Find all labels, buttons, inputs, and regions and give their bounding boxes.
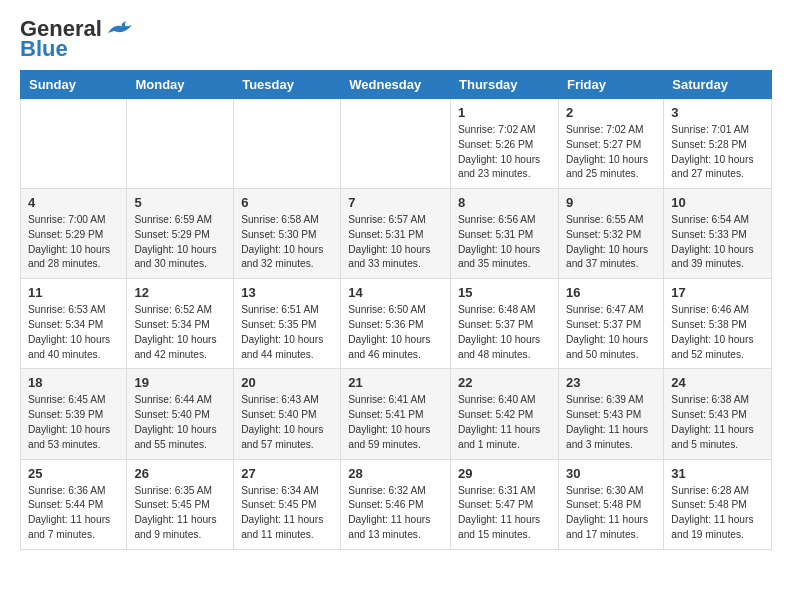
day-info: Sunrise: 6:54 AM Sunset: 5:33 PM Dayligh… [671, 213, 764, 272]
day-number: 24 [671, 375, 764, 390]
logo: General Blue [20, 16, 132, 62]
calendar-cell: 13Sunrise: 6:51 AM Sunset: 5:35 PM Dayli… [234, 279, 341, 369]
day-info: Sunrise: 6:59 AM Sunset: 5:29 PM Dayligh… [134, 213, 226, 272]
day-number: 11 [28, 285, 119, 300]
calendar-cell: 18Sunrise: 6:45 AM Sunset: 5:39 PM Dayli… [21, 369, 127, 459]
day-info: Sunrise: 6:50 AM Sunset: 5:36 PM Dayligh… [348, 303, 443, 362]
day-number: 3 [671, 105, 764, 120]
day-number: 27 [241, 466, 333, 481]
day-info: Sunrise: 6:28 AM Sunset: 5:48 PM Dayligh… [671, 484, 764, 543]
calendar-week-row: 1Sunrise: 7:02 AM Sunset: 5:26 PM Daylig… [21, 99, 772, 189]
day-number: 28 [348, 466, 443, 481]
calendar-cell: 17Sunrise: 6:46 AM Sunset: 5:38 PM Dayli… [664, 279, 772, 369]
calendar-cell: 19Sunrise: 6:44 AM Sunset: 5:40 PM Dayli… [127, 369, 234, 459]
day-number: 5 [134, 195, 226, 210]
day-number: 14 [348, 285, 443, 300]
calendar-cell [341, 99, 451, 189]
calendar-cell: 22Sunrise: 6:40 AM Sunset: 5:42 PM Dayli… [451, 369, 559, 459]
day-number: 6 [241, 195, 333, 210]
calendar-table: SundayMondayTuesdayWednesdayThursdayFrid… [20, 70, 772, 550]
calendar-header-row: SundayMondayTuesdayWednesdayThursdayFrid… [21, 71, 772, 99]
day-number: 17 [671, 285, 764, 300]
day-info: Sunrise: 6:53 AM Sunset: 5:34 PM Dayligh… [28, 303, 119, 362]
day-info: Sunrise: 6:47 AM Sunset: 5:37 PM Dayligh… [566, 303, 656, 362]
day-header-saturday: Saturday [664, 71, 772, 99]
calendar-cell: 11Sunrise: 6:53 AM Sunset: 5:34 PM Dayli… [21, 279, 127, 369]
day-info: Sunrise: 6:56 AM Sunset: 5:31 PM Dayligh… [458, 213, 551, 272]
day-number: 29 [458, 466, 551, 481]
day-header-friday: Friday [558, 71, 663, 99]
day-info: Sunrise: 7:02 AM Sunset: 5:26 PM Dayligh… [458, 123, 551, 182]
day-number: 13 [241, 285, 333, 300]
calendar-cell: 9Sunrise: 6:55 AM Sunset: 5:32 PM Daylig… [558, 189, 663, 279]
day-info: Sunrise: 6:55 AM Sunset: 5:32 PM Dayligh… [566, 213, 656, 272]
calendar-cell: 8Sunrise: 6:56 AM Sunset: 5:31 PM Daylig… [451, 189, 559, 279]
day-number: 1 [458, 105, 551, 120]
day-number: 10 [671, 195, 764, 210]
day-info: Sunrise: 6:39 AM Sunset: 5:43 PM Dayligh… [566, 393, 656, 452]
day-info: Sunrise: 6:35 AM Sunset: 5:45 PM Dayligh… [134, 484, 226, 543]
day-number: 15 [458, 285, 551, 300]
day-header-thursday: Thursday [451, 71, 559, 99]
calendar-cell: 7Sunrise: 6:57 AM Sunset: 5:31 PM Daylig… [341, 189, 451, 279]
calendar-cell: 10Sunrise: 6:54 AM Sunset: 5:33 PM Dayli… [664, 189, 772, 279]
day-info: Sunrise: 6:34 AM Sunset: 5:45 PM Dayligh… [241, 484, 333, 543]
header: General Blue [20, 16, 772, 62]
day-number: 19 [134, 375, 226, 390]
day-number: 31 [671, 466, 764, 481]
day-info: Sunrise: 6:36 AM Sunset: 5:44 PM Dayligh… [28, 484, 119, 543]
day-number: 25 [28, 466, 119, 481]
day-info: Sunrise: 6:51 AM Sunset: 5:35 PM Dayligh… [241, 303, 333, 362]
day-info: Sunrise: 7:01 AM Sunset: 5:28 PM Dayligh… [671, 123, 764, 182]
day-info: Sunrise: 6:32 AM Sunset: 5:46 PM Dayligh… [348, 484, 443, 543]
day-number: 26 [134, 466, 226, 481]
day-number: 18 [28, 375, 119, 390]
calendar-cell: 25Sunrise: 6:36 AM Sunset: 5:44 PM Dayli… [21, 459, 127, 549]
day-number: 21 [348, 375, 443, 390]
day-number: 16 [566, 285, 656, 300]
day-info: Sunrise: 6:30 AM Sunset: 5:48 PM Dayligh… [566, 484, 656, 543]
calendar-week-row: 4Sunrise: 7:00 AM Sunset: 5:29 PM Daylig… [21, 189, 772, 279]
calendar-week-row: 11Sunrise: 6:53 AM Sunset: 5:34 PM Dayli… [21, 279, 772, 369]
calendar-cell: 30Sunrise: 6:30 AM Sunset: 5:48 PM Dayli… [558, 459, 663, 549]
day-info: Sunrise: 6:58 AM Sunset: 5:30 PM Dayligh… [241, 213, 333, 272]
day-info: Sunrise: 6:41 AM Sunset: 5:41 PM Dayligh… [348, 393, 443, 452]
calendar-cell: 20Sunrise: 6:43 AM Sunset: 5:40 PM Dayli… [234, 369, 341, 459]
calendar-cell: 5Sunrise: 6:59 AM Sunset: 5:29 PM Daylig… [127, 189, 234, 279]
day-number: 12 [134, 285, 226, 300]
calendar-cell: 21Sunrise: 6:41 AM Sunset: 5:41 PM Dayli… [341, 369, 451, 459]
day-number: 7 [348, 195, 443, 210]
calendar-week-row: 18Sunrise: 6:45 AM Sunset: 5:39 PM Dayli… [21, 369, 772, 459]
day-number: 23 [566, 375, 656, 390]
day-info: Sunrise: 6:44 AM Sunset: 5:40 PM Dayligh… [134, 393, 226, 452]
day-info: Sunrise: 6:57 AM Sunset: 5:31 PM Dayligh… [348, 213, 443, 272]
day-number: 9 [566, 195, 656, 210]
calendar-cell: 24Sunrise: 6:38 AM Sunset: 5:43 PM Dayli… [664, 369, 772, 459]
day-header-tuesday: Tuesday [234, 71, 341, 99]
calendar-cell: 16Sunrise: 6:47 AM Sunset: 5:37 PM Dayli… [558, 279, 663, 369]
day-info: Sunrise: 6:40 AM Sunset: 5:42 PM Dayligh… [458, 393, 551, 452]
calendar-cell: 15Sunrise: 6:48 AM Sunset: 5:37 PM Dayli… [451, 279, 559, 369]
day-info: Sunrise: 7:02 AM Sunset: 5:27 PM Dayligh… [566, 123, 656, 182]
day-number: 22 [458, 375, 551, 390]
day-info: Sunrise: 6:31 AM Sunset: 5:47 PM Dayligh… [458, 484, 551, 543]
day-header-monday: Monday [127, 71, 234, 99]
day-number: 8 [458, 195, 551, 210]
calendar-week-row: 25Sunrise: 6:36 AM Sunset: 5:44 PM Dayli… [21, 459, 772, 549]
calendar-cell: 2Sunrise: 7:02 AM Sunset: 5:27 PM Daylig… [558, 99, 663, 189]
calendar-cell: 12Sunrise: 6:52 AM Sunset: 5:34 PM Dayli… [127, 279, 234, 369]
day-header-sunday: Sunday [21, 71, 127, 99]
day-info: Sunrise: 6:46 AM Sunset: 5:38 PM Dayligh… [671, 303, 764, 362]
calendar-cell: 27Sunrise: 6:34 AM Sunset: 5:45 PM Dayli… [234, 459, 341, 549]
day-info: Sunrise: 6:52 AM Sunset: 5:34 PM Dayligh… [134, 303, 226, 362]
calendar-cell: 26Sunrise: 6:35 AM Sunset: 5:45 PM Dayli… [127, 459, 234, 549]
day-info: Sunrise: 7:00 AM Sunset: 5:29 PM Dayligh… [28, 213, 119, 272]
calendar-cell: 3Sunrise: 7:01 AM Sunset: 5:28 PM Daylig… [664, 99, 772, 189]
day-number: 4 [28, 195, 119, 210]
day-number: 30 [566, 466, 656, 481]
calendar-cell [21, 99, 127, 189]
calendar-cell: 14Sunrise: 6:50 AM Sunset: 5:36 PM Dayli… [341, 279, 451, 369]
logo-bird-icon [104, 19, 132, 39]
day-info: Sunrise: 6:38 AM Sunset: 5:43 PM Dayligh… [671, 393, 764, 452]
calendar-cell: 31Sunrise: 6:28 AM Sunset: 5:48 PM Dayli… [664, 459, 772, 549]
